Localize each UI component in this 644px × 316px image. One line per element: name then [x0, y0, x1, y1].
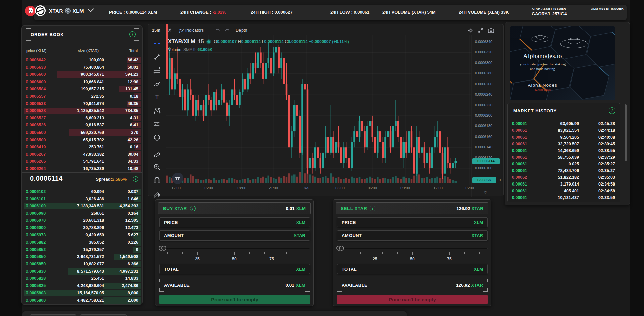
sell-price-input[interactable]: PRICEXLM — [337, 217, 488, 227]
pair-selector[interactable]: XTAR XLM — [25, 5, 94, 16]
ad-title: Alphanodes.io — [510, 52, 575, 60]
buy-info-icon[interactable]: i — [190, 206, 196, 211]
order-book-buy-row[interactable]: 0.0005882385.0520.226 — [24, 239, 141, 246]
order-book-sell-row[interactable]: 0.000660019,666.84112.98 — [24, 78, 141, 86]
topbar-stat: 24H CHANGE : -2.02% — [180, 10, 226, 15]
order-book-buy-row[interactable]: 0.00058502,648,731.5721,549.508 — [24, 253, 141, 261]
column-total: Total — [129, 49, 138, 53]
order-book-buy-row[interactable]: 0.00061007,138,348.5314,354.393 — [24, 203, 141, 210]
slider-handle[interactable] — [339, 246, 344, 251]
slider-handle[interactable] — [161, 246, 166, 251]
order-book-sell-row[interactable]: 0.0006642100,00066.42 — [24, 57, 141, 64]
order-book-sell-row[interactable]: 0.000663375,400.86450.01 — [24, 64, 141, 71]
topbar-stat: 24H HIGH : 0.000627 — [251, 10, 293, 15]
bottom-tab-button-2[interactable] — [80, 314, 127, 316]
ad-banner[interactable]: Alphanodes.io your trusted partner for s… — [510, 26, 615, 100]
order-book-buy-row[interactable]: 0.00058254,248,686.6042,474.86 — [24, 282, 141, 290]
buy-submit-button[interactable]: Price can't be empty — [159, 295, 310, 304]
time-axis-label: 21:00 — [269, 186, 278, 190]
column-price: price (XLM) — [26, 49, 46, 53]
asset-issuer: XTAR ASSET ISSUERGAORYJ_257IG4 — [532, 7, 567, 16]
market-history-row: 0.0006158,755.03902:37:29 — [510, 154, 616, 161]
slider-tick — [309, 252, 309, 255]
order-book-sell-row[interactable]: 0.0006500569,230.769370 — [24, 129, 141, 137]
right-column-scrollbar[interactable] — [625, 104, 627, 161]
market-history-row: 0.0006251,822.18202:35:03 — [510, 174, 616, 181]
order-book-sell-row[interactable]: 0.0006600900,345.071594.23 — [24, 71, 141, 78]
legend-symbol[interactable]: XTAR/XLM — [168, 39, 195, 45]
buy-total-input[interactable]: TOTALXLM — [159, 264, 310, 274]
volume-value: 63.605K — [197, 47, 212, 52]
order-book-buy-row[interactable]: 0.00059739,420.6595.627 — [24, 232, 141, 239]
volume-label: Volume — [168, 47, 181, 52]
slider-track[interactable] — [159, 248, 310, 249]
buy-amount-input[interactable]: AMOUNTXTAR — [159, 230, 310, 241]
order-book-buy-row[interactable]: 0.00058004,482,758.6212,600 — [24, 297, 141, 304]
tradingview-watermark[interactable] — [172, 173, 183, 184]
buy-available-value: 0.01 — [285, 283, 294, 288]
order-book-sell-row[interactable]: 0.000626747,933.38230.04 — [24, 151, 141, 158]
slider-tick — [167, 252, 168, 254]
order-book-buy-row[interactable]: 0.000585215,379.3579 — [24, 246, 141, 254]
order-book-buy-row[interactable]: 0.0006090269.610.164 — [24, 210, 141, 217]
order-book-buy-row[interactable]: 0.000610260.9940.037 — [24, 188, 141, 196]
last-price: 0.0006114 — [30, 175, 63, 182]
slider-tick — [345, 252, 345, 254]
sell-title: SELL XTAR — [341, 206, 367, 211]
market-history-row: 0.000610.02502:35:27 — [510, 161, 616, 168]
order-book-buy-row[interactable]: 0.000582825,45114.833 — [24, 275, 141, 282]
slider-track[interactable] — [337, 248, 488, 249]
order-book-sell-row[interactable]: 0.00065281,125,685.542734.85 — [24, 107, 141, 115]
slider-label: 25 — [373, 257, 377, 261]
spread-info-icon[interactable]: i — [133, 176, 138, 182]
order-book-sell-row[interactable]: 0.000650065,015.70242.26 — [24, 137, 141, 144]
series-status-dot[interactable] — [206, 39, 211, 44]
sell-amount-slider[interactable]: 255075 — [337, 246, 488, 261]
ad-subtitle-2: and node hosting — [530, 67, 555, 71]
order-book-buy-row[interactable]: 0.000580315,164,570.058,800 — [24, 289, 141, 297]
order-book-sell-row[interactable]: 0.00065269,816.5376.41 — [24, 122, 141, 129]
slider-tick — [294, 252, 294, 254]
buy-available: AVAILABLE 0.01 XLM — [159, 279, 310, 292]
order-book-buy-row[interactable]: 0.00061013,026.4861.846 — [24, 196, 141, 203]
order-book-sell-row[interactable]: 0.00065276,600.2134.31 — [24, 115, 141, 122]
topbar-stat: 24H VOLUME (XTAR) 54M — [382, 10, 436, 15]
price-axis-label: 0.0006200 — [475, 113, 492, 117]
slider-tick — [234, 252, 235, 255]
market-history-info-icon[interactable]: i — [609, 107, 615, 114]
sell-submit-button[interactable]: Price can't be empty — [337, 295, 488, 304]
sell-info-icon[interactable]: i — [370, 206, 375, 211]
slider-tick — [338, 252, 338, 255]
market-history-row: 0.0006163,605.9902:45:28 — [510, 121, 616, 127]
sell-amount-input[interactable]: AMOUNTXTAR — [337, 230, 488, 241]
right-edge — [630, 0, 644, 316]
order-book-sell-row[interactable]: 0.0006557272.350.18 — [24, 93, 141, 100]
slider-tick — [397, 252, 398, 254]
slider-tick — [257, 252, 257, 254]
time-axis-label: 03:00 — [335, 186, 345, 190]
price-axis-label: 0.0006140 — [475, 145, 492, 149]
order-book-sell-row[interactable]: 0.0006584199,657.215131.45 — [24, 86, 141, 93]
buy-price-input[interactable]: PRICEXLM — [159, 217, 310, 227]
order-book-buy-row[interactable]: 0.000585010,882.0776.366 — [24, 261, 141, 268]
order-book-info-icon[interactable]: i — [129, 31, 136, 37]
order-book-buy-row[interactable]: 0.000600020,788.89612.473 — [24, 224, 141, 232]
slider-label: 75 — [447, 257, 451, 261]
order-book-buy-row[interactable]: 0.000607020,601.31812.505 — [24, 217, 141, 224]
buy-amount-slider[interactable]: 255075 — [159, 246, 310, 261]
order-book-sell-row[interactable]: 0.0006419253.7610.16 — [24, 144, 141, 151]
sell-form: SELL XTAR i 126.92 XTAR PRICEXLM AMOUNTX… — [333, 199, 491, 306]
order-book-sell-row[interactable]: 0.000626554,791.64134.33 — [24, 158, 141, 165]
brightness-icon[interactable]: ☼ — [483, 189, 488, 194]
slider-tick — [182, 252, 183, 254]
price-axis-label: 0.0006100 — [475, 166, 492, 170]
slider-tick — [197, 252, 198, 255]
bottom-tab-button-1[interactable] — [30, 314, 76, 316]
sell-total-input[interactable]: TOTALXLM — [337, 264, 488, 274]
buy-form-header: BUY XTAR i 0.01 XLM — [158, 202, 311, 214]
order-book-sell-row[interactable]: 0.000653370,941.67446.35 — [24, 100, 141, 108]
column-size: size (XTAR) — [78, 49, 99, 53]
slider-tick — [227, 252, 227, 254]
order-book-sell-row[interactable]: 0.000626416,735.23910.48 — [24, 165, 141, 173]
order-book-buy-row[interactable]: 0.00058308,571,579.6434,997.231 — [24, 268, 141, 275]
